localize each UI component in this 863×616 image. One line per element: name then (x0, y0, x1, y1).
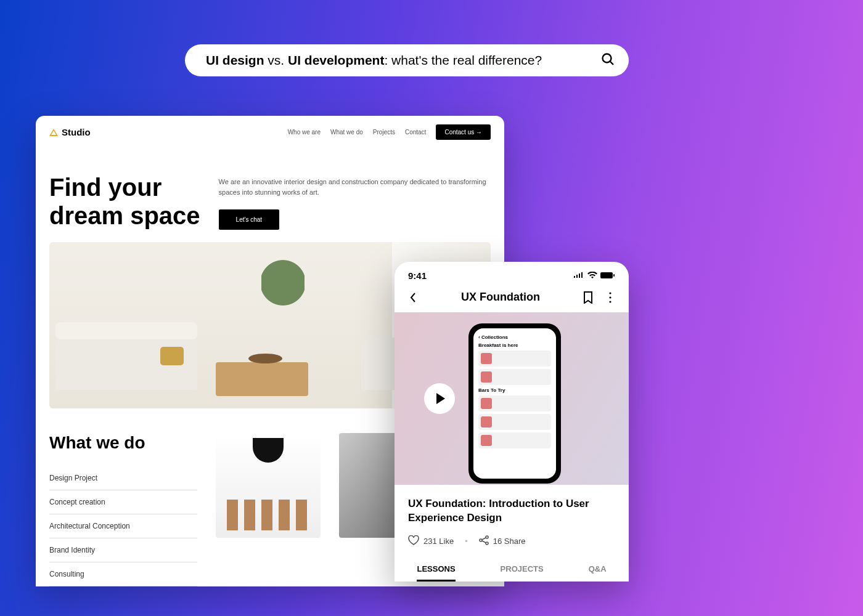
wifi-icon (587, 270, 597, 281)
course-stats: 231 Like • 16 Share (395, 533, 629, 558)
course-tabs: LESSONS PROJECTS Q&A (395, 558, 629, 582)
tab-qa[interactable]: Q&A (589, 564, 607, 582)
logo-triangle-icon (49, 129, 58, 136)
svg-point-4 (609, 292, 611, 294)
svg-point-9 (486, 542, 488, 545)
list-item[interactable]: Concept creation (49, 490, 197, 514)
gallery-image (216, 433, 321, 538)
nav-link[interactable]: Contact (405, 129, 426, 136)
back-icon[interactable] (407, 291, 419, 304)
nav-link[interactable]: What we do (330, 129, 363, 136)
svg-point-6 (609, 301, 611, 302)
section-heading: What we do (49, 433, 197, 453)
more-icon[interactable] (604, 291, 616, 304)
share-icon (479, 535, 489, 547)
svg-point-0 (603, 54, 611, 63)
hero-section: Find yourdream space We are an innovativ… (36, 148, 504, 242)
svg-point-8 (480, 539, 482, 541)
search-icon[interactable] (600, 52, 615, 69)
logo-text: Studio (62, 127, 91, 137)
bookmark-icon[interactable] (582, 291, 594, 304)
headline-search-pill[interactable]: UI design vs. UI development: what's the… (185, 44, 629, 76)
lets-chat-button[interactable]: Let's chat (219, 209, 280, 230)
svg-rect-3 (613, 274, 615, 277)
separator-dot: • (465, 537, 468, 546)
list-item[interactable]: Design Project (49, 466, 197, 490)
mobile-mockup: 9:41 UX Foundation ‹ Collections Breakfa… (395, 262, 629, 582)
list-item[interactable]: Architectural Conception (49, 514, 197, 538)
tab-lessons[interactable]: LESSONS (417, 564, 455, 582)
hero-heading: Find yourdream space (49, 173, 200, 230)
svg-line-1 (610, 62, 613, 65)
course-hero-image[interactable]: ‹ Collections Breakfast is here Bars To … (395, 312, 629, 485)
services-list: Design Project Concept creation Architec… (49, 466, 197, 586)
nested-phone-illustration: ‹ Collections Breakfast is here Bars To … (468, 323, 561, 484)
cellular-icon (573, 270, 584, 281)
nav-link[interactable]: Who we are (288, 129, 321, 136)
course-title: UX Foundation: Introduction to User Expe… (395, 485, 629, 533)
svg-rect-2 (600, 272, 613, 278)
like-button[interactable]: 231 Like (408, 535, 454, 547)
studio-logo[interactable]: Studio (49, 127, 91, 137)
mobile-header: UX Foundation (395, 285, 629, 312)
nav-links: Who we are What we do Projects Contact C… (288, 124, 491, 140)
list-item[interactable]: Brand Identity (49, 538, 197, 562)
contact-us-button[interactable]: Contact us → (436, 124, 491, 140)
list-item[interactable]: Consulting (49, 562, 197, 586)
heart-icon (408, 535, 419, 547)
headline-text: UI design vs. UI development: what's the… (206, 53, 542, 68)
svg-point-7 (486, 536, 488, 538)
svg-point-5 (609, 296, 611, 298)
share-button[interactable]: 16 Share (479, 535, 526, 547)
tab-projects[interactable]: PROJECTS (501, 564, 544, 582)
status-time: 9:41 (408, 270, 427, 281)
play-button-icon[interactable] (424, 383, 455, 414)
nav-link[interactable]: Projects (373, 129, 395, 136)
status-bar: 9:41 (395, 262, 629, 285)
page-title: UX Foundation (461, 291, 540, 304)
hero-subtext: We are an innovative interior design and… (219, 177, 491, 197)
desktop-navbar: Studio Who we are What we do Projects Co… (36, 116, 504, 148)
battery-icon (600, 270, 615, 281)
